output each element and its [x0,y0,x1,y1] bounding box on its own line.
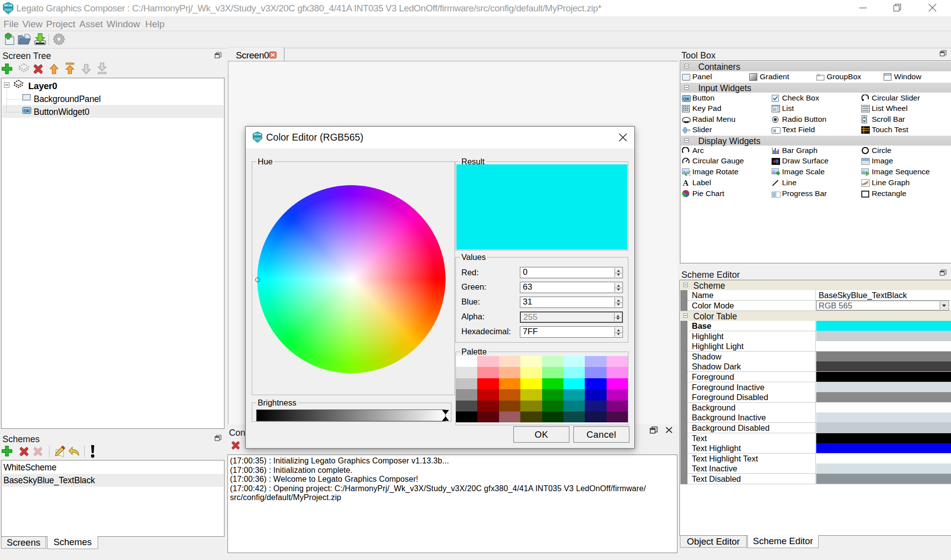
svg-text:xyz: xyz [818,74,821,76]
svg-text:MPLAB: MPLAB [254,133,261,136]
svg-text:X: X [774,129,777,133]
svg-text:OK: OK [23,108,30,113]
svg-text:A: A [683,179,689,187]
svg-text:MPLAB: MPLAB [4,4,13,7]
svg-text:OK: OK [683,97,690,102]
